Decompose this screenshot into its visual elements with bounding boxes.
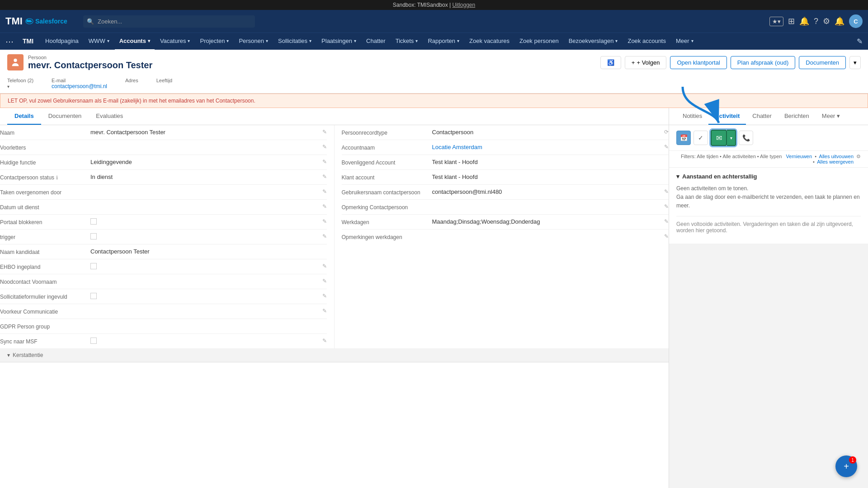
edit-status-icon[interactable]: ✎	[322, 174, 327, 180]
subnav-chatter[interactable]: Chatter	[362, 33, 390, 50]
subnav-sollicitaties[interactable]: Sollicitaties ▾	[274, 33, 316, 50]
send-email-button[interactable]: ✉	[711, 130, 727, 146]
subnav-meer[interactable]: Meer ▾	[671, 33, 698, 50]
tab-meer[interactable]: Meer ▾	[816, 108, 846, 125]
edit-opmerking-icon[interactable]: ✎	[664, 203, 669, 210]
record-type-change-icon[interactable]: ⟳	[664, 129, 669, 135]
more-actions-dropdown[interactable]: ▾	[849, 56, 861, 69]
open-portal-button[interactable]: Open klantportal	[670, 56, 726, 69]
chevron-down-icon: ▾	[615, 38, 618, 43]
edit-voorletters-icon[interactable]: ✎	[322, 144, 327, 150]
subnav-rapporten[interactable]: Rapporten ▾	[423, 33, 464, 50]
edit-portaal-icon[interactable]: ✎	[322, 218, 327, 225]
no-activity-message: Geen activiteiten om te tonen. Ga aan de…	[676, 184, 861, 211]
app-launcher-icon[interactable]: ⋯	[5, 37, 14, 47]
settings-icon[interactable]: ⚙	[823, 16, 830, 26]
phone-dropdown-icon[interactable]: ▾	[7, 84, 9, 89]
tab-details[interactable]: Details	[7, 108, 41, 125]
documenten-button[interactable]: Documenten	[799, 56, 846, 69]
subnav-zoek-accounts[interactable]: Zoek accounts	[623, 33, 670, 50]
subnav-vacatures[interactable]: Vacatures ▾	[156, 33, 195, 50]
vernieuwen-link[interactable]: Vernieuwen	[786, 154, 812, 159]
tab-notities[interactable]: Notities	[676, 108, 708, 125]
edit-voorkeur-icon[interactable]: ✎	[322, 308, 327, 314]
logout-link[interactable]: Uitloggen	[452, 2, 475, 8]
new-task-button[interactable]: ✓	[693, 131, 708, 145]
field-bovenliggend-account: Bovenliggend Account Test klant - Hoofd	[342, 155, 669, 170]
alerts-icon[interactable]: 🔔	[835, 16, 844, 26]
subnav-projecten[interactable]: Projecten ▾	[195, 33, 233, 50]
home-icon[interactable]: ⊞	[788, 16, 795, 26]
subnav-zoek-personen[interactable]: Zoek personen	[515, 33, 563, 50]
plan-afspraak-button[interactable]: Plan afspraak (oud)	[731, 56, 795, 69]
right-fields-col: Persoonrecordtype Contactpersoon ⟳ Accou…	[335, 125, 669, 348]
edit-accountnaam-icon[interactable]: ✎	[664, 144, 669, 150]
app-name-label: TMI	[18, 33, 40, 50]
field-klant-account: Klant account Test klant - Hoofd	[342, 170, 669, 185]
svg-point-1	[14, 59, 17, 62]
chevron-down-icon: ▾	[354, 38, 356, 43]
accessibility-icon: ♿	[607, 59, 614, 66]
edit-functie-icon[interactable]: ✎	[322, 159, 327, 165]
new-event-button[interactable]: 📅	[676, 131, 691, 145]
subnav-bezoekverslagen[interactable]: Bezoekverslagen ▾	[564, 33, 623, 50]
edit-werkdagen-icon[interactable]: ✎	[664, 218, 669, 225]
subnav-plaatsingen[interactable]: Plaatsingen ▾	[317, 33, 361, 50]
sollicitatieformulier-checkbox[interactable]	[90, 293, 97, 299]
edit-noodcontact-icon[interactable]: ✎	[322, 278, 327, 284]
trailhead-button[interactable]: + 1	[835, 455, 857, 477]
subnav-accounts[interactable]: Accounts ▾	[115, 33, 155, 50]
log-call-button[interactable]: 📞	[739, 131, 753, 145]
edit-opmerkingen-werkdagen-icon[interactable]: ✎	[664, 233, 669, 239]
sync-msf-checkbox[interactable]	[90, 338, 97, 344]
tab-berichten[interactable]: Berichten	[778, 108, 816, 125]
edit-naam-icon[interactable]: ✎	[322, 129, 327, 135]
kerstattentie-section-divider[interactable]: ▾ Kerstattentie	[0, 348, 669, 362]
field-persoonrecordtype: Persoonrecordtype Contactpersoon ⟳	[342, 125, 669, 140]
edit-trigger-icon[interactable]: ✎	[322, 233, 327, 239]
page-header-actions: ♿ + + Volgen Open klantportal Plan afspr…	[600, 56, 861, 69]
tab-chatter[interactable]: Chatter	[746, 108, 778, 125]
alles-uitvouwen-link[interactable]: Alles uitvouwen	[819, 154, 854, 159]
favorites-icon[interactable]: ★▾	[769, 17, 783, 26]
search-icon: 🔍	[87, 18, 94, 25]
subnav-hoofdpagina[interactable]: Hoofdpagina	[41, 33, 83, 50]
subnav-www[interactable]: WWW ▾	[84, 33, 114, 50]
tab-activiteit[interactable]: Activiteit	[708, 108, 746, 125]
edit-sollicitatie-icon[interactable]: ✎	[322, 293, 327, 299]
edit-gebruikersnaam-icon[interactable]: ✎	[664, 188, 669, 195]
follow-button[interactable]: + + Volgen	[625, 56, 667, 69]
field-huidige-functie: Huidige functie Leidinggevende ✎	[0, 155, 327, 170]
trigger-checkbox[interactable]	[90, 233, 97, 239]
upcoming-section-header[interactable]: ▾ Aanstaand en achterstallig	[676, 173, 861, 180]
subnav-tickets[interactable]: Tickets ▾	[391, 33, 423, 50]
help-icon[interactable]: ?	[814, 17, 818, 26]
alert-bar: LET OP, vul zowel Gebruikersnaam als E-m…	[0, 94, 868, 108]
chevron-down-icon: ▾	[188, 38, 190, 43]
status-info-icon[interactable]: ℹ	[56, 175, 58, 181]
subnav-zoek-vacatures[interactable]: Zoek vacatures	[465, 33, 514, 50]
email-meta: E-mail contactpersoon@tmi.nl	[52, 78, 107, 89]
email-dropdown-button[interactable]: ▾	[727, 130, 736, 146]
ehbo-checkbox[interactable]	[90, 263, 97, 269]
accountnaam-link[interactable]: Locatie Amsterdam	[432, 144, 482, 150]
tab-documenten[interactable]: Documenten	[41, 108, 89, 125]
search-input[interactable]	[83, 15, 255, 28]
edit-taken-icon[interactable]: ✎	[322, 188, 327, 195]
edit-datum-icon[interactable]: ✎	[322, 203, 327, 210]
alles-weergeven-link[interactable]: Alles weergeven	[817, 159, 854, 164]
left-fields-col: Naam mevr. Contactpersoon Tester ✎ Voorl…	[0, 125, 335, 348]
activity-filters: ⚙ Filters: Alle tijden • Alle activiteit…	[669, 151, 868, 168]
subnav-personen[interactable]: Personen ▾	[234, 33, 273, 50]
edit-sync-icon[interactable]: ✎	[322, 338, 327, 344]
tab-evaluaties[interactable]: Evaluaties	[89, 108, 130, 125]
user-avatar[interactable]: C	[849, 14, 863, 28]
accessibility-button[interactable]: ♿	[600, 56, 621, 69]
portaal-blokkeren-checkbox[interactable]	[90, 218, 97, 225]
edit-ehbo-icon[interactable]: ✎	[322, 263, 327, 269]
filter-gear-icon[interactable]: ⚙	[856, 154, 861, 160]
email-link[interactable]: contactpersoon@tmi.nl	[52, 83, 107, 89]
notification-bell[interactable]: 🔔	[799, 16, 809, 26]
field-naam-kandidaat: Naam kandidaat Contactpersoon Tester	[0, 244, 327, 259]
edit-nav-icon[interactable]: ✎	[857, 37, 863, 46]
